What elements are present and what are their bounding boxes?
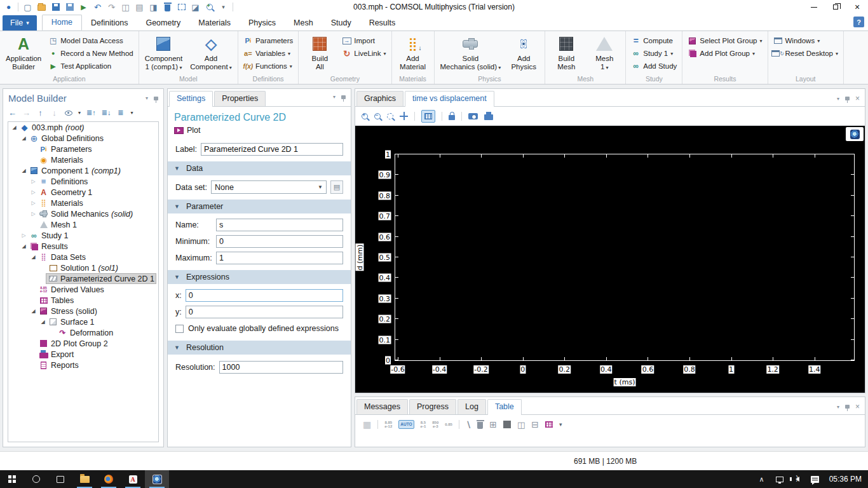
collapsed-twisty-icon[interactable]: ▷ [30,179,37,184]
taskbar-task-view-button[interactable] [48,470,72,488]
copy-button[interactable]: ◫ [121,3,130,12]
panel-menu-caret-icon[interactable]: ▾ [837,96,839,102]
delete-table-button[interactable] [477,421,483,429]
functions-button[interactable]: f(x)Functions▾ [243,60,293,72]
expanded-twisty-icon[interactable]: ◢ [20,135,27,141]
clock[interactable]: 05:36 PM [829,475,862,484]
tab-log[interactable]: Log [458,399,486,414]
dataset-select[interactable]: None ▼ [211,180,327,194]
lock-button[interactable] [449,112,455,120]
taskbar-adobe-reader-button[interactable]: A [121,470,145,488]
print-button[interactable] [484,112,493,120]
tree-item[interactable]: ◢⣿Data Sets [8,252,158,262]
tree-item[interactable]: ▷∞Study 1 [8,230,158,241]
livelink-button[interactable]: ↻LiveLink▾ [342,48,386,59]
comsol-logo-button[interactable]: ● [4,3,13,12]
tab-settings[interactable]: Settings [169,91,213,107]
back-button[interactable]: ← [8,108,17,118]
taskbar-file-explorer-button[interactable] [72,470,97,488]
minimize-button[interactable] [803,0,825,14]
tab-table[interactable]: Table [487,399,522,415]
run-button[interactable]: ▶ [79,3,88,12]
full-precision-button[interactable]: 8.85 e-12 [384,421,392,428]
tree-item[interactable]: Solution 1(sol1) [8,262,158,273]
go-to-source-button[interactable]: ▤ [330,180,343,194]
tree-item[interactable]: Reports [8,360,158,370]
taskbar-comsol-button[interactable] [145,470,169,488]
pin-icon[interactable] [154,97,158,100]
ribbon-tab-materials[interactable]: Materials [189,16,240,30]
redo-button[interactable]: ↷ [107,3,116,12]
add-material-button[interactable]: ⣿↓AddMaterial [395,32,431,74]
application-builder-button[interactable]: AApplicationBuilder [3,32,44,74]
pin-icon[interactable] [845,405,850,409]
tree-item[interactable]: Parameterized Curve 2D 1 [8,273,158,284]
tree-item[interactable]: ◢Component 1(comp1) [8,165,158,176]
zoom-extents-button[interactable] [400,112,408,120]
resolution-input[interactable] [219,361,343,374]
tab-progress[interactable]: Progress [409,399,456,414]
section-data[interactable]: ▼ Data [168,161,351,175]
tree-item[interactable]: ▷Solid Mechanics(solid) [8,208,158,219]
ribbon-tab-mesh[interactable]: Mesh [285,16,322,30]
panel-menu-caret-icon[interactable]: ▾ [837,404,839,410]
help-button[interactable]: ? [853,17,864,27]
windows-button[interactable]: Windows▾ [773,35,838,46]
test-application-button[interactable]: ▶Test Application [48,60,133,72]
organize-columns-button[interactable]: ▦ [363,419,371,430]
component-button[interactable]: Component1 (comp1) ▾ [142,32,186,74]
model-data-access-button[interactable]: ◳Model Data Access [48,35,133,46]
pin-icon[interactable] [341,95,346,99]
record-method-button[interactable]: ●Record a New Method [48,48,133,59]
tray-chevron-icon[interactable]: ∧ [754,475,770,484]
collapsed-twisty-icon[interactable]: ▷ [30,189,37,195]
expanded-twisty-icon[interactable]: ◢ [30,254,37,260]
save-button[interactable] [51,3,60,12]
clear-selection-button[interactable]: ◪ [191,3,200,12]
paste-button[interactable]: ▤ [135,3,144,12]
export-table-button[interactable]: ⊟ [531,419,539,430]
show-menu-caret-icon[interactable]: ▾ [78,110,81,116]
collapse-all-button[interactable]: ≣↑ [86,109,96,117]
decimal-notation-button[interactable]: 0.85 [445,423,452,426]
more-caret-button[interactable]: ▾ [559,421,562,428]
tree-item[interactable]: ◉Materials [8,154,158,165]
plot-canvas[interactable]: -0.6-0.4-0.200.20.40.60.811.21.400.10.20… [355,126,865,393]
save-as-button[interactable] [65,3,74,12]
forward-button[interactable]: → [22,108,31,118]
build-mesh-button[interactable]: BuildMesh [548,32,585,74]
compute-button[interactable]: =Compute [631,35,677,46]
qat-caret[interactable]: ▾ [219,3,228,12]
notifications-icon[interactable] [808,476,823,483]
undo-button[interactable]: ↶ [93,3,102,12]
select-box-button[interactable] [177,3,186,12]
tree-item[interactable]: ↷Deformation [8,327,158,338]
tree-item[interactable]: PiParameters [8,144,158,154]
copy-table-button[interactable]: ◫ [517,420,525,430]
tab-messages[interactable]: Messages [356,399,408,414]
expanded-twisty-icon[interactable]: ◢ [39,319,46,325]
new-file-button[interactable]: ▢ [23,3,32,12]
zoom-out-button[interactable]: − [374,113,381,119]
expanded-twisty-icon[interactable]: ◢ [20,243,27,249]
tree-item[interactable]: Export [8,349,158,360]
auto-notation-button[interactable]: AUTO [398,420,414,429]
globally-defined-checkbox[interactable] [175,325,184,333]
collapsed-twisty-icon[interactable]: ▷ [20,233,27,238]
tab-graphics[interactable]: Graphics [356,91,403,106]
add-physics-button[interactable]: AddPhysics [505,32,542,74]
import-button[interactable]: →Import [342,35,386,46]
build-all-button[interactable]: BuildAll [301,32,338,74]
pin-icon[interactable] [845,97,850,100]
move-up-button[interactable]: ↑ [36,108,44,118]
taskbar-cortana-button[interactable] [24,470,48,488]
delete-button[interactable] [163,3,172,12]
zoom-box-button[interactable] [387,113,393,119]
scientific-notation-button[interactable]: 8.5 e-1 [421,421,426,428]
variables-button[interactable]: a=Variables▾ [243,48,293,59]
minimum-input[interactable] [216,235,343,248]
open-file-button[interactable] [37,3,46,12]
show-eye-button[interactable] [64,111,72,116]
add-study-button[interactable]: ∞Add Study [631,60,677,72]
snapshot-button[interactable] [468,113,478,119]
